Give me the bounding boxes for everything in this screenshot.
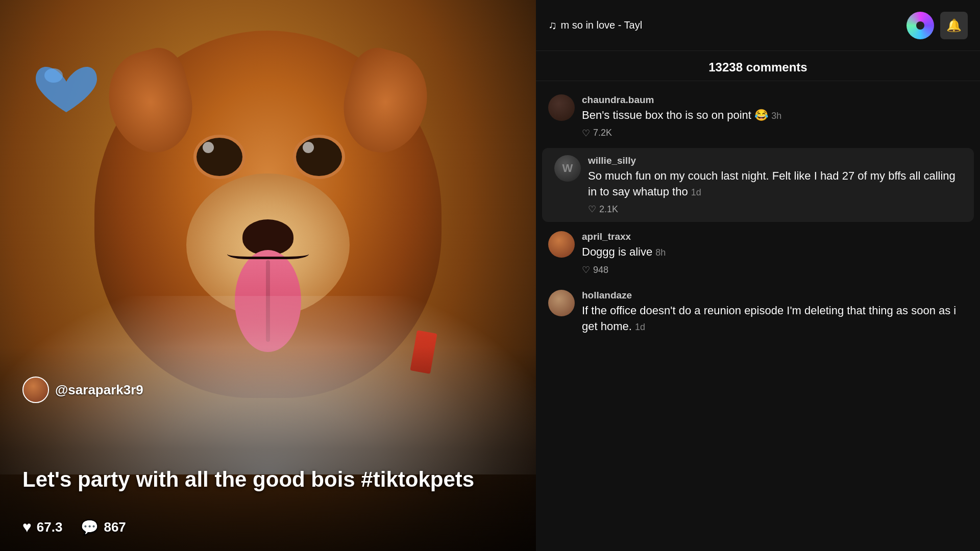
comment-likes[interactable]: ♡ 2.1K — [588, 204, 962, 215]
notification-bell-button[interactable]: 🔔 — [940, 12, 968, 39]
comment-text: Doggg is alive 8h — [582, 244, 968, 260]
like-action[interactable]: ♥ 67.3 — [22, 518, 62, 536]
comment-content: hollandaze If the office doesn't do a re… — [582, 290, 968, 339]
comment-time: 3h — [771, 111, 781, 121]
commenter-avatar — [548, 290, 575, 316]
commenter-avatar: W — [554, 155, 581, 182]
comment-item: hollandaze If the office doesn't do a re… — [536, 283, 980, 346]
comment-time: 1d — [691, 187, 701, 197]
music-text: m so in love - Tayl — [561, 19, 643, 31]
commenter-name: april_traxx — [582, 231, 968, 242]
commenter-avatar — [548, 94, 575, 121]
like-count: 2.1K — [599, 204, 618, 215]
comment-time: 8h — [655, 247, 666, 258]
like-count: 7.2K — [593, 128, 612, 138]
video-caption: Let's party with all the good bois #tikt… — [22, 467, 505, 492]
comment-text: Ben's tissue box tho is so on point 😂 3h — [582, 108, 968, 123]
like-count: 948 — [593, 265, 608, 276]
like-heart-icon: ♡ — [588, 204, 596, 215]
action-bar: ♥ 67.3 💬 867 — [22, 518, 126, 536]
heart-icon: ♥ — [22, 518, 32, 536]
creator-avatar — [22, 377, 49, 403]
comment-time: 1d — [635, 322, 645, 332]
comment-item: april_traxx Doggg is alive 8h ♡ 948 — [536, 224, 980, 283]
comments-panel: ♫ m so in love - Tayl 🔔 13238 comments c… — [536, 0, 980, 551]
music-note-icon: ♫ — [548, 19, 557, 32]
username-area: @sarapark3r9 — [22, 377, 143, 403]
music-info: ♫ m so in love - Tayl — [548, 19, 900, 32]
video-panel: @sarapark3r9 Let's party with all the go… — [0, 0, 536, 551]
comment-icon: 💬 — [81, 519, 99, 536]
comments-count: 13238 comments — [536, 51, 980, 81]
comments-list[interactable]: chaundra.baum Ben's tissue box tho is so… — [536, 81, 980, 551]
comment-content: willie_silly So much fun on my couch las… — [588, 155, 962, 215]
commenter-name: willie_silly — [588, 155, 962, 166]
comment-content: chaundra.baum Ben's tissue box tho is so… — [582, 94, 968, 139]
like-heart-icon: ♡ — [582, 264, 590, 276]
comment-count: 867 — [104, 519, 126, 535]
top-bar: ♫ m so in love - Tayl 🔔 — [536, 0, 980, 51]
comment-item-highlighted: W willie_silly So much fun on my couch l… — [542, 148, 974, 222]
comment-item: chaundra.baum Ben's tissue box tho is so… — [536, 87, 980, 146]
comment-likes[interactable]: ♡ 948 — [582, 264, 968, 276]
commenter-avatar — [548, 231, 575, 258]
creator-username: @sarapark3r9 — [55, 382, 143, 398]
comment-text: If the office doesn't do a reunion episo… — [582, 303, 968, 335]
bell-icon: 🔔 — [946, 18, 962, 33]
comment-content: april_traxx Doggg is alive 8h ♡ 948 — [582, 231, 968, 276]
comment-likes[interactable]: ♡ 7.2K — [582, 128, 968, 139]
like-count: 67.3 — [37, 519, 63, 535]
comment-action[interactable]: 💬 867 — [81, 519, 126, 536]
commenter-name: chaundra.baum — [582, 94, 968, 106]
spinning-disc[interactable] — [906, 12, 934, 39]
commenter-name: hollandaze — [582, 290, 968, 301]
comment-text: So much fun on my couch last night. Felt… — [588, 168, 962, 200]
like-heart-icon: ♡ — [582, 128, 590, 139]
